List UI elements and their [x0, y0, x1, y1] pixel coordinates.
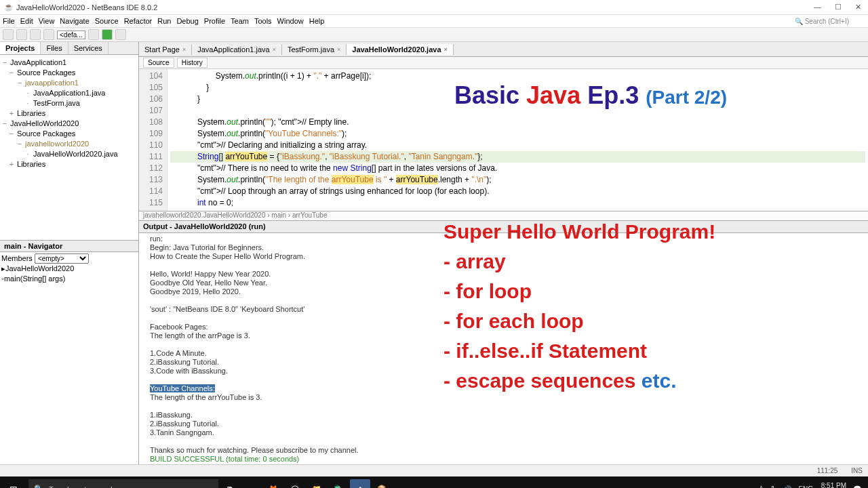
- new-file-icon[interactable]: [3, 29, 14, 40]
- left-sidebar: ProjectsFilesServices − JavaApplication1…: [0, 42, 139, 464]
- line-gutter: 104105106107108109110111112113114115: [139, 69, 167, 211]
- menu-window[interactable]: Window: [277, 17, 304, 25]
- menu-view[interactable]: View: [39, 17, 55, 25]
- source-history-tabs[interactable]: Source History: [139, 57, 868, 69]
- menu-refactor[interactable]: Refactor: [124, 17, 153, 25]
- history-tab[interactable]: History: [177, 58, 208, 68]
- navigator-panel[interactable]: Members <empty> ▸JavaHelloWorld2020 ◦mai…: [0, 252, 138, 285]
- project-tree[interactable]: − JavaApplication1− Source Packages− jav…: [0, 55, 138, 240]
- menu-tools[interactable]: Tools: [254, 17, 272, 25]
- chrome-icon[interactable]: ◯: [285, 479, 305, 489]
- debug-icon[interactable]: [115, 29, 126, 40]
- menu-team[interactable]: Team: [231, 17, 249, 25]
- tree-node[interactable]: − javahelloworld2020: [1, 139, 137, 149]
- source-tab[interactable]: Source: [143, 58, 174, 68]
- task-view-icon[interactable]: ⧉: [220, 479, 240, 489]
- menu-debug[interactable]: Debug: [176, 17, 198, 25]
- lang-indicator[interactable]: ENG: [798, 485, 813, 488]
- tree-node[interactable]: − JavaHelloWorld2020: [1, 119, 137, 129]
- window-controls: — ☐ ✕: [811, 3, 864, 12]
- overlay-list: Super Hello World Program! - array - for…: [443, 217, 715, 396]
- panel-tabs: ProjectsFilesServices: [0, 42, 138, 55]
- main-toolbar[interactable]: <defa...: [0, 27, 868, 42]
- search-icon: 🔍: [34, 485, 43, 488]
- close-tab-icon[interactable]: ×: [444, 46, 448, 53]
- panel-tab-projects[interactable]: Projects: [0, 42, 41, 54]
- tree-node[interactable]: − Source Packages: [1, 68, 137, 78]
- menu-profile[interactable]: Profile: [204, 17, 225, 25]
- menu-bar[interactable]: FileEditViewNavigateSourceRefactorRunDeb…: [0, 15, 868, 27]
- open-icon[interactable]: [30, 29, 41, 40]
- file-tab[interactable]: TestForm.java×: [282, 44, 347, 55]
- menu-navigate[interactable]: Navigate: [60, 17, 89, 25]
- file-tab[interactable]: JavaApplication1.java×: [192, 44, 282, 55]
- window-title: JavaHelloWorld2020 - NetBeans IDE 8.0.2: [16, 3, 157, 12]
- cursor-position: 111:25: [817, 467, 838, 474]
- system-tray[interactable]: ˄ 🖧 🔊 ENG 8:51 PM2/4/2020 💬: [753, 482, 868, 489]
- menu-run[interactable]: Run: [157, 17, 171, 25]
- volume-icon[interactable]: 🔊: [783, 485, 791, 488]
- network-icon[interactable]: 🖧: [770, 485, 776, 488]
- menu-source[interactable]: Source: [95, 17, 119, 25]
- panel-tab-files[interactable]: Files: [41, 42, 68, 54]
- tree-node[interactable]: + Libraries: [1, 159, 137, 169]
- close-button[interactable]: ✕: [852, 3, 864, 12]
- tree-node[interactable]: − Source Packages: [1, 129, 137, 139]
- netbeans-icon[interactable]: ◆: [350, 479, 370, 489]
- panel-tab-services[interactable]: Services: [68, 42, 108, 54]
- close-tab-icon[interactable]: ×: [337, 46, 340, 53]
- close-tab-icon[interactable]: ×: [182, 46, 186, 53]
- edge-icon[interactable]: e: [241, 479, 262, 489]
- store-icon[interactable]: 🛍️: [328, 479, 349, 489]
- windows-taskbar[interactable]: ⊞ 🔍 Type here to search ⧉ e 🦊 ◯ 📁 🛍️ ◆ 📦…: [0, 476, 868, 488]
- tray-up-icon[interactable]: ˄: [760, 485, 763, 488]
- file-tab[interactable]: JavaHelloWorld2020.java×: [347, 44, 454, 55]
- tree-node[interactable]: − javaapplication1: [1, 78, 137, 88]
- file-tab[interactable]: Start Page×: [139, 44, 192, 55]
- title-bar: ☕ JavaHelloWorld2020 - NetBeans IDE 8.0.…: [0, 0, 868, 15]
- overlay-title: Basic Java Ep.3 (Part 2/2): [454, 81, 727, 110]
- menu-edit[interactable]: Edit: [20, 17, 33, 25]
- maximize-button[interactable]: ☐: [832, 3, 844, 12]
- build-icon[interactable]: [88, 29, 99, 40]
- navigator-title: main - Navigator: [0, 240, 138, 252]
- explorer-icon[interactable]: 📁: [307, 479, 327, 489]
- menu-help[interactable]: Help: [309, 17, 325, 25]
- tree-node[interactable]: · JavaHelloWorld2020.java: [1, 149, 137, 159]
- search-field[interactable]: 🔍 Search (Ctrl+I): [795, 18, 860, 25]
- tree-node[interactable]: + Libraries: [1, 108, 137, 119]
- taskbar-clock[interactable]: 8:51 PM2/4/2020: [820, 482, 846, 489]
- taskbar-search[interactable]: 🔍 Type here to search: [28, 479, 218, 489]
- close-tab-icon[interactable]: ×: [273, 46, 276, 53]
- save-icon[interactable]: [43, 29, 54, 40]
- insert-mode: INS: [851, 467, 863, 474]
- new-project-icon[interactable]: [16, 29, 27, 40]
- vbox-icon[interactable]: 📦: [372, 479, 392, 489]
- notifications-icon[interactable]: 💬: [853, 485, 861, 488]
- run-icon[interactable]: [102, 29, 113, 40]
- navigator-filter[interactable]: <empty>: [35, 253, 89, 264]
- run-config[interactable]: <defa...: [57, 30, 85, 39]
- menu-file[interactable]: File: [3, 17, 15, 25]
- coffee-icon: ☕: [4, 3, 14, 12]
- start-button[interactable]: ⊞: [0, 476, 27, 488]
- tree-node[interactable]: · JavaApplication1.java: [1, 88, 137, 98]
- file-tabs: Start Page×JavaApplication1.java×TestFor…: [139, 42, 868, 57]
- tree-node[interactable]: · TestForm.java: [1, 98, 137, 108]
- status-bar: 111:25 INS: [0, 464, 868, 476]
- tree-node[interactable]: − JavaApplication1: [1, 58, 137, 68]
- firefox-icon[interactable]: 🦊: [263, 479, 283, 489]
- minimize-button[interactable]: —: [811, 3, 824, 12]
